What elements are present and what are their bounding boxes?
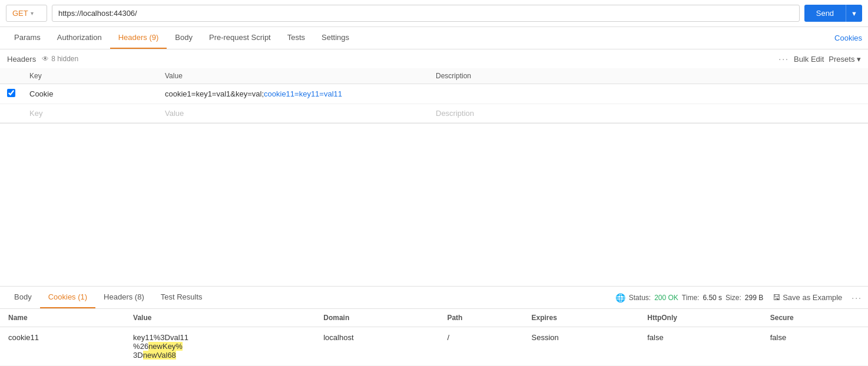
presets-dropdown[interactable]: Presets ▾ — [829, 55, 861, 64]
send-button[interactable]: Send — [804, 5, 846, 22]
url-input[interactable] — [52, 5, 800, 22]
table-row-empty: Key Value Description — [0, 104, 868, 123]
chevron-down-icon: ▾ — [31, 10, 34, 16]
empty-desc-cell[interactable]: Description — [429, 104, 868, 123]
tab-pre-request-script[interactable]: Pre-request Script — [201, 27, 279, 49]
empty-desc-placeholder: Description — [436, 109, 474, 118]
cookies-link[interactable]: Cookies — [834, 28, 862, 48]
headers-table-header-row: Key Value Description — [0, 68, 868, 84]
request-tab-bar: Params Authorization Headers (9) Body Pr… — [0, 27, 868, 49]
eye-icon: 👁 — [42, 55, 49, 63]
request-tabs: Params Authorization Headers (9) Body Pr… — [6, 27, 357, 49]
tab-headers[interactable]: Headers (9) — [110, 27, 167, 49]
col-desc-header: Description — [429, 68, 868, 84]
empty-key-placeholder: Key — [29, 109, 42, 118]
empty-value-placeholder: Value — [165, 109, 184, 118]
hidden-count: 8 hidden — [51, 55, 78, 63]
tab-params[interactable]: Params — [6, 27, 49, 49]
empty-key-cell[interactable]: Key — [22, 104, 158, 123]
empty-space — [0, 124, 868, 218]
headers-toolbar: Headers 👁 8 hidden ··· Bulk Edit Presets… — [0, 49, 868, 68]
checkbox-cell — [0, 84, 22, 104]
empty-value-cell[interactable]: Value — [158, 104, 429, 123]
desc-cell — [429, 84, 868, 104]
method-select[interactable]: GET ▾ — [6, 5, 47, 22]
send-dropdown-button[interactable]: ▼ — [846, 5, 862, 22]
tab-settings[interactable]: Settings — [313, 27, 357, 49]
headers-table: Key Value Description Cookie cookie1=key… — [0, 68, 868, 123]
send-button-group: Send ▼ — [804, 5, 862, 22]
tab-authorization[interactable]: Authorization — [49, 27, 110, 49]
value-cell: cookie1=key1=val1&key=val;cookie11=key11… — [158, 84, 429, 104]
col-value-header: Value — [158, 68, 429, 84]
more-dots-icon[interactable]: ··· — [778, 54, 789, 64]
url-bar: GET ▾ Send ▼ — [0, 0, 868, 27]
cookie-value-highlight: cookie11=key11=val11 — [264, 89, 342, 98]
col-key-header: Key — [22, 68, 158, 84]
empty-checkbox-cell — [0, 104, 22, 123]
hidden-headers-badge[interactable]: 👁 8 hidden — [42, 55, 78, 63]
bulk-edit-area: ··· Bulk Edit Presets ▾ — [778, 54, 861, 64]
cookie-value-prefix: cookie1=key1=val1&key=val; — [165, 89, 264, 98]
headers-section: Headers 👁 8 hidden ··· Bulk Edit Presets… — [0, 49, 868, 124]
method-label: GET — [12, 9, 28, 18]
key-cell: Cookie — [22, 84, 158, 104]
tab-body[interactable]: Body — [167, 27, 201, 49]
headers-label: Headers — [7, 55, 36, 64]
table-row: Cookie cookie1=key1=val1&key=val;cookie1… — [0, 84, 868, 104]
row-checkbox[interactable] — [7, 89, 15, 97]
bulk-edit-button[interactable]: Bulk Edit — [794, 55, 824, 64]
tab-tests[interactable]: Tests — [279, 27, 313, 49]
col-checkbox — [0, 68, 22, 84]
